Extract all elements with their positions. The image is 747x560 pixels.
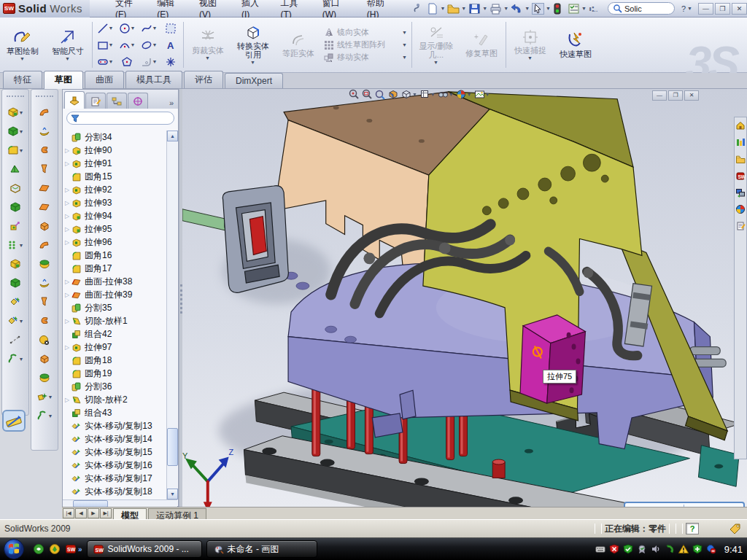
selection-box-tool[interactable] [160,20,182,36]
expand-arrow-icon[interactable]: ▷ [63,397,71,403]
tree-item-12[interactable]: ▷曲面-拉伸39 [63,288,166,301]
toolbar-grip[interactable] [7,96,24,100]
tree-item-0[interactable]: 分割34 [63,131,166,144]
expand-arrow-icon[interactable]: ▷ [63,160,71,167]
command-tab-0[interactable]: 特征 [3,71,42,88]
circle-tool[interactable]: ▼ [116,20,138,36]
restore-button[interactable]: ❐ [715,3,730,15]
tab-featuremanager[interactable] [64,91,85,109]
tray-cert-badge-icon[interactable] [637,544,647,554]
expand-arrow-icon[interactable]: ▷ [63,292,71,298]
side-tool-ball-feature[interactable] [31,368,58,387]
task-pane-toolbox-icon[interactable]: SW [735,171,746,181]
open-file-icon[interactable] [447,3,460,15]
point-tool[interactable] [160,53,182,70]
tray-shield-plus-icon[interactable] [692,544,703,554]
tree-item-22[interactable]: 实体-移动/复制13 [63,419,166,432]
network-speed-widget[interactable]: ▼ 0KB/S ▲ 0KB/S [624,502,745,507]
command-tab-1[interactable]: 草图 [44,71,83,89]
tray-green-phone-icon[interactable] [665,544,675,554]
scroll-down-button[interactable]: ▼ [167,489,178,499]
tab-scroll-first-button[interactable]: |◀ [63,508,74,518]
scroll-thumb[interactable] [167,428,178,466]
command-tab-3[interactable]: 模具工具 [125,71,182,88]
tree-item-23[interactable]: 实体-移动/复制14 [63,432,166,446]
tree-item-4[interactable]: ▷拉伸92 [63,183,166,196]
help-dropdown[interactable]: ▼ [687,6,692,11]
measure-button-pressed[interactable] [2,410,26,432]
task-pane-custom-properties-icon[interactable] [735,204,746,214]
side-tool-c-surface[interactable] [31,141,58,160]
model-small-red-cylinder[interactable] [492,459,505,478]
polygon-tool[interactable] [116,53,138,70]
side-tool-delete-face[interactable] [31,330,58,349]
text-tool[interactable]: A [160,36,182,53]
toolbar-grip[interactable] [36,96,53,100]
tree-item-9[interactable]: 圆角16 [63,249,166,262]
tree-item-1[interactable]: ▷拉伸90 [63,144,166,157]
view-orientation-icon[interactable]: ▼ [419,89,436,100]
tree-filter-box[interactable] [66,112,174,125]
convert-entities-button[interactable]: 转换实体引用▼ [231,18,276,72]
tree-item-14[interactable]: ▷切除-放样1 [63,314,166,327]
rebuild-traffic-light-icon[interactable] [553,3,565,15]
save-icon[interactable] [468,3,481,15]
undo-icon[interactable] [511,3,523,15]
side-tool-wedge[interactable] [2,160,28,179]
line-tool[interactable]: ▼ [94,20,116,36]
task-pane-resources-home-icon[interactable] [735,120,746,131]
taskbar-button-paint[interactable]: 未命名 - 画图 [206,540,317,558]
tree-item-16[interactable]: ▷拉伸97 [63,341,166,354]
tab-scroll-last-button[interactable]: ▶| [100,508,112,518]
expand-arrow-icon[interactable]: ▷ [63,239,71,246]
tab-scroll-right-button[interactable]: ▶ [88,508,99,518]
section-view-icon[interactable] [388,89,399,100]
quick-tips-help-button[interactable]: ? [686,523,699,534]
graphics-viewport[interactable]: Y Z X ▼▼▼▼▼ — ❐ ✕ SW 拉伸75 ▼ 0KB/S ▲ 0KB/… [182,89,747,507]
quick-launch-chevron[interactable]: » [78,545,82,553]
help-icon[interactable]: ? [681,4,686,13]
print-dropdown[interactable]: ▼ [503,6,508,11]
close-button[interactable]: ✕ [732,3,747,15]
hide-show-items-icon[interactable]: ▼ [438,89,454,100]
select-dropdown[interactable]: ▼ [546,6,551,11]
tray-blue-status-icon[interactable] [706,544,716,554]
slot-tool[interactable]: ▼ [94,53,116,70]
task-pane-palette-appearances-icon[interactable] [735,187,746,198]
side-tool-knit-surface[interactable] [31,179,58,198]
tree-item-10[interactable]: 圆角17 [63,262,166,275]
tab-configurationmanager[interactable] [107,93,127,109]
rapid-sketch-button[interactable]: 快速草图 [553,18,598,72]
tag-icon[interactable] [728,522,743,535]
side-tool-boundary-surface[interactable] [31,160,58,179]
command-tab-5[interactable]: DimXpert [225,73,283,88]
start-orb[interactable] [2,538,27,560]
command-tab-4[interactable]: 评估 [184,71,223,88]
new-file-icon[interactable] [426,3,438,15]
side-tool-trim-surface[interactable] [31,292,58,311]
side-tool-curve-tool[interactable] [31,311,58,330]
appearance-sphere-icon[interactable]: ▼ [456,89,472,100]
side-tool-split-body[interactable] [2,292,28,311]
taskbar-button-solidworks[interactable]: SW SolidWorks 2009 - ... [87,540,202,558]
pin-icon[interactable] [411,3,424,15]
side-tool-swept-surface[interactable] [31,103,58,122]
expand-arrow-icon[interactable]: ▷ [63,213,71,219]
model-teal-plate-right-end[interactable] [698,446,739,487]
side-tool-shell[interactable] [2,179,28,198]
zoom-area-icon[interactable] [362,89,373,100]
expand-arrow-icon[interactable]: ▷ [63,279,71,285]
tree-item-21[interactable]: 组合43 [63,406,166,419]
task-pane-design-library-icon[interactable] [735,137,746,147]
side-tool-wizard-hole[interactable] [2,217,28,236]
doc-close-button[interactable]: ✕ [684,90,699,101]
model-gray-clamp[interactable] [222,186,288,293]
side-tool-pattern-dots[interactable]: ▼ [2,236,28,254]
quick-launch-messenger-icon[interactable] [33,543,44,555]
sketch-button[interactable]: 草图绘制▼ [0,18,45,72]
tree-item-6[interactable]: ▷拉伸94 [63,209,166,222]
toolbar-overflow-icon[interactable]: ⑆.. [589,3,601,15]
expand-arrow-icon[interactable]: ▷ [63,200,71,206]
side-tool-draft[interactable] [2,198,28,217]
side-tool-dome-surface[interactable] [31,349,58,368]
